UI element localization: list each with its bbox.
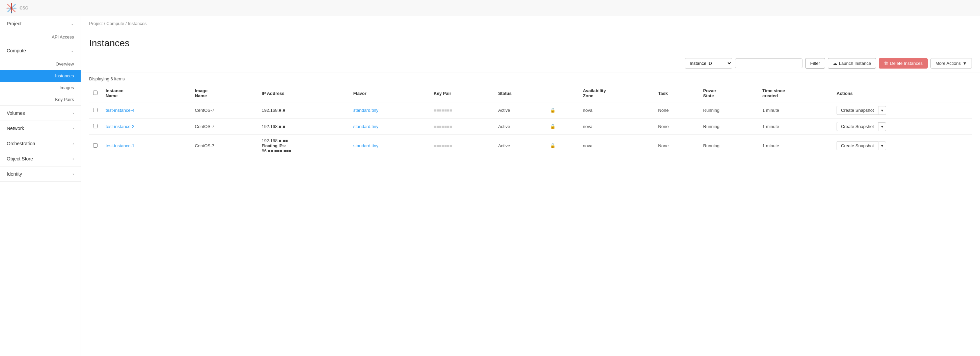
toolbar: Instance ID = Instance Name = Status = F… [81, 54, 980, 73]
table-row: test-instance-4CentOS-7192.168.■.■standa… [89, 102, 972, 118]
instances-table: InstanceName ImageName IP Address Flavor… [89, 85, 972, 157]
chevron-down-icon: ⌄ [71, 22, 74, 26]
action-dropdown-button[interactable]: ▾ [878, 122, 886, 131]
instance-name-link[interactable]: test-instance-4 [106, 108, 134, 113]
row-key-pair: ■■■■■■■ [430, 135, 494, 157]
logo: CSC [5, 2, 28, 14]
sidebar-item-object-store[interactable]: Object Store › [0, 151, 81, 166]
row-lock: 🔓 [546, 102, 579, 118]
filter-select[interactable]: Instance ID = Instance Name = Status = [685, 58, 732, 69]
row-instance-name: test-instance-1 [102, 135, 191, 157]
sidebar-item-key-pairs[interactable]: Key Pairs [0, 94, 81, 105]
row-flavor: standard.tiny [349, 118, 430, 135]
launch-instance-button[interactable]: ☁ Launch Instance [828, 58, 876, 69]
sidebar-section-project: Project ⌄ API Access [0, 16, 81, 43]
row-checkbox[interactable] [93, 108, 97, 112]
table-header-checkbox [89, 85, 102, 102]
svg-point-4 [10, 7, 12, 9]
page-title: Instances [89, 38, 972, 49]
breadcrumb-compute[interactable]: Compute [106, 21, 124, 26]
row-task: None [654, 102, 699, 118]
row-checkbox-cell [89, 118, 102, 135]
row-ip-address: 192.168.■.■ [258, 118, 349, 135]
page-header: Instances [81, 31, 980, 54]
chevron-down-icon: ⌄ [71, 49, 74, 53]
sidebar-item-orchestration[interactable]: Orchestration › [0, 136, 81, 151]
breadcrumb-project[interactable]: Project [89, 21, 103, 26]
sidebar-item-overview[interactable]: Overview [0, 58, 81, 70]
row-lock: 🔓 [546, 135, 579, 157]
table-header-task: Task [654, 85, 699, 102]
table-header-actions: Actions [832, 85, 972, 102]
more-actions-button[interactable]: More Actions ▼ [931, 58, 972, 69]
sidebar-item-compute[interactable]: Compute ⌄ [0, 43, 81, 58]
row-time-created: 1 minute [758, 135, 832, 157]
create-snapshot-button[interactable]: Create Snapshot [837, 141, 878, 150]
row-availability-zone: nova [579, 118, 654, 135]
sidebar-section-compute: Compute ⌄ Overview Instances Images Key … [0, 43, 81, 106]
instances-table-container: InstanceName ImageName IP Address Flavor… [81, 85, 980, 165]
sidebar-section-identity: Identity › [0, 166, 81, 182]
sidebar-item-project[interactable]: Project ⌄ [0, 16, 81, 31]
lock-icon: 🔓 [550, 124, 555, 129]
row-actions: Create Snapshot▾ [832, 102, 972, 118]
table-row: test-instance-2CentOS-7192.168.■.■standa… [89, 118, 972, 135]
row-instance-name: test-instance-2 [102, 118, 191, 135]
sidebar-item-identity[interactable]: Identity › [0, 166, 81, 181]
row-status: Active [494, 135, 546, 157]
action-dropdown-button[interactable]: ▾ [878, 106, 886, 115]
instance-name-link[interactable]: test-instance-1 [106, 143, 134, 148]
chevron-right-icon: › [73, 111, 74, 115]
table-header-image-name: ImageName [191, 85, 258, 102]
row-status: Active [494, 118, 546, 135]
row-availability-zone: nova [579, 102, 654, 118]
flavor-link[interactable]: standard.tiny [353, 143, 378, 148]
table-header-instance-name: InstanceName [102, 85, 191, 102]
row-checkbox-cell [89, 135, 102, 157]
select-all-checkbox[interactable] [93, 91, 97, 95]
lock-icon: 🔓 [550, 108, 555, 113]
row-actions: Create Snapshot▾ [832, 135, 972, 157]
chevron-right-icon: › [73, 142, 74, 145]
row-image-name: CentOS-7 [191, 118, 258, 135]
row-lock: 🔓 [546, 118, 579, 135]
action-btn-group: Create Snapshot▾ [837, 141, 968, 150]
chevron-down-icon: ▼ [963, 61, 967, 66]
create-snapshot-button[interactable]: Create Snapshot [837, 106, 878, 115]
row-time-created: 1 minute [758, 102, 832, 118]
table-header-availability-zone: AvailabilityZone [579, 85, 654, 102]
sidebar-section-orchestration: Orchestration › [0, 136, 81, 151]
sidebar-item-instances[interactable]: Instances [0, 70, 81, 82]
table-header-power-state: PowerState [699, 85, 758, 102]
sidebar-item-volumes[interactable]: Volumes › [0, 106, 81, 121]
instance-name-link[interactable]: test-instance-2 [106, 124, 134, 129]
flavor-link[interactable]: standard.tiny [353, 108, 378, 113]
filter-button[interactable]: Filter [805, 58, 825, 69]
action-btn-group: Create Snapshot▾ [837, 106, 968, 115]
row-task: None [654, 135, 699, 157]
cloud-icon: ☁ [833, 61, 837, 66]
create-snapshot-button[interactable]: Create Snapshot [837, 122, 878, 131]
row-status: Active [494, 102, 546, 118]
row-actions: Create Snapshot▾ [832, 118, 972, 135]
topbar: CSC [0, 0, 980, 16]
flavor-link[interactable]: standard.tiny [353, 124, 378, 129]
row-checkbox[interactable] [93, 124, 97, 128]
filter-input[interactable] [735, 58, 802, 68]
chevron-right-icon: › [73, 126, 74, 130]
sidebar-item-api-access[interactable]: API Access [0, 31, 81, 43]
row-power-state: Running [699, 102, 758, 118]
sidebar-item-network[interactable]: Network › [0, 121, 81, 136]
row-image-name: CentOS-7 [191, 102, 258, 118]
row-task: None [654, 118, 699, 135]
table-row: test-instance-1CentOS-7192.168.■.■■Float… [89, 135, 972, 157]
chevron-right-icon: › [73, 157, 74, 161]
action-dropdown-button[interactable]: ▾ [878, 142, 886, 150]
row-flavor: standard.tiny [349, 102, 430, 118]
row-checkbox-cell [89, 102, 102, 118]
sidebar-section-network: Network › [0, 121, 81, 136]
row-checkbox[interactable] [93, 143, 97, 148]
sidebar-item-images[interactable]: Images [0, 82, 81, 94]
row-ip-address: 192.168.■.■■Floating IPs:86.■■.■■■.■■■ [258, 135, 349, 157]
delete-instances-button[interactable]: 🗑 Delete Instances [879, 58, 928, 69]
